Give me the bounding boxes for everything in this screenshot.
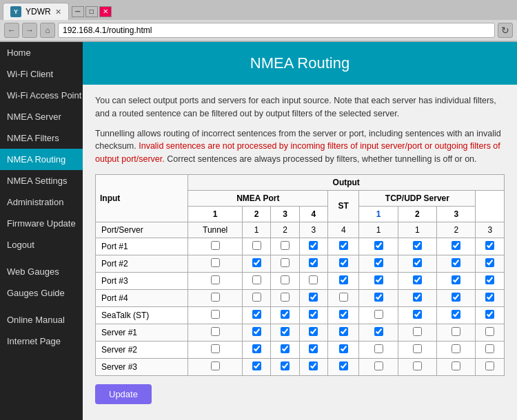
nmea-port-1-checkbox[interactable] <box>252 258 261 267</box>
nmea-port-3-checkbox[interactable] <box>309 327 318 336</box>
nmea-port-2-checkbox[interactable] <box>281 241 290 250</box>
st-checkbox[interactable] <box>374 327 383 336</box>
nmea-port-1-checkbox[interactable] <box>252 293 261 302</box>
tunnel-checkbox[interactable] <box>211 344 220 353</box>
tcp-server-2-checkbox[interactable] <box>452 293 460 302</box>
sidebar-item-administration[interactable]: Administration <box>0 191 83 213</box>
tcp-server-3-checkbox[interactable] <box>485 310 494 319</box>
tcp-server-2-checkbox[interactable] <box>452 310 460 319</box>
tcp-server-2-checkbox[interactable] <box>452 361 460 370</box>
sidebar-item-nmea-filters[interactable]: NMEA Filters <box>0 127 83 149</box>
close-button[interactable]: ✕ <box>99 6 112 17</box>
tcp-server-1-checkbox[interactable] <box>413 275 422 284</box>
back-button[interactable]: ← <box>4 23 19 38</box>
tcp-server-1-checkbox[interactable] <box>413 258 422 267</box>
st-checkbox[interactable] <box>374 310 383 319</box>
nmea-port-4-checkbox[interactable] <box>339 327 348 336</box>
nmea-port-1-checkbox[interactable] <box>252 344 261 353</box>
nmea-port-4-checkbox[interactable] <box>339 241 348 250</box>
nmea-port-2-checkbox[interactable] <box>281 275 290 284</box>
st-checkbox[interactable] <box>374 258 383 267</box>
nmea-port-1-checkbox[interactable] <box>252 275 261 284</box>
nmea-port-2-checkbox[interactable] <box>281 344 290 353</box>
sidebar-item-nmea-settings[interactable]: NMEA Settings <box>0 170 83 191</box>
h-4: 4 <box>328 222 359 238</box>
tunnel-checkbox[interactable] <box>211 258 220 267</box>
tcp-server-3-checkbox[interactable] <box>485 361 494 370</box>
forward-button[interactable]: → <box>22 23 37 38</box>
nmea-port-3-checkbox[interactable] <box>309 258 318 267</box>
nmea-port-3-checkbox[interactable] <box>309 361 318 370</box>
tcp-server-3-checkbox[interactable] <box>485 275 494 284</box>
nmea-port-4-checkbox[interactable] <box>339 275 348 284</box>
tcp-server-1-checkbox[interactable] <box>413 361 422 370</box>
update-button[interactable]: Update <box>95 384 152 404</box>
tcp-server-2-checkbox[interactable] <box>452 258 460 267</box>
nmea-port-1-checkbox[interactable] <box>252 361 261 370</box>
nmea-port-4-checkbox[interactable] <box>339 293 348 302</box>
nmea-port-2-checkbox[interactable] <box>281 361 290 370</box>
sidebar-item-online-manual[interactable]: Online Manual <box>0 309 83 330</box>
nmea-port-2-checkbox[interactable] <box>281 327 290 336</box>
tcp-server-2-checkbox[interactable] <box>452 327 460 336</box>
address-bar[interactable] <box>58 23 495 38</box>
nmea-port-4-checkbox[interactable] <box>339 310 348 319</box>
row-label: Server #2 <box>96 341 188 358</box>
tcp-server-1-checkbox[interactable] <box>413 293 422 302</box>
nmea-port-1-checkbox[interactable] <box>252 241 261 250</box>
nmea-port-4-checkbox[interactable] <box>339 258 348 267</box>
tcp-server-1-checkbox[interactable] <box>413 327 422 336</box>
sidebar-item-home[interactable]: Home <box>0 42 83 63</box>
nmea-port-3-checkbox[interactable] <box>309 310 318 319</box>
sidebar-item-logout[interactable]: Logout <box>0 234 83 255</box>
tab-close-button[interactable]: ✕ <box>55 8 61 17</box>
home-nav-button[interactable]: ⌂ <box>40 23 55 38</box>
tunnel-checkbox[interactable] <box>211 310 220 319</box>
nmea-port-3-checkbox[interactable] <box>309 344 318 353</box>
nmea-port-2-checkbox[interactable] <box>281 293 290 302</box>
sidebar-item-internet-page[interactable]: Internet Page <box>0 330 83 352</box>
st-checkbox[interactable] <box>374 361 383 370</box>
tcp-server-3-checkbox[interactable] <box>485 241 494 250</box>
tcp-server-3-checkbox[interactable] <box>485 344 494 353</box>
nmea-port-4-checkbox[interactable] <box>339 344 348 353</box>
nmea-port-2-checkbox[interactable] <box>281 258 290 267</box>
sidebar-item-wifi-client[interactable]: Wi-Fi Client <box>0 63 83 85</box>
nmea-port-2-checkbox[interactable] <box>281 310 290 319</box>
sidebar-item-nmea-routing[interactable]: NMEA Routing <box>0 149 83 170</box>
tunnel-checkbox[interactable] <box>211 327 220 336</box>
tunnel-checkbox[interactable] <box>211 275 220 284</box>
sidebar-item-web-gauges[interactable]: Web Gauges <box>0 261 83 282</box>
nmea-port-3-checkbox[interactable] <box>309 293 318 302</box>
minimize-button[interactable]: ─ <box>72 6 84 17</box>
nmea-port-1-checkbox[interactable] <box>252 327 261 336</box>
tcp-server-1-checkbox[interactable] <box>413 241 422 250</box>
tunnel-checkbox[interactable] <box>211 241 220 250</box>
nmea-port-4-checkbox[interactable] <box>339 361 348 370</box>
sidebar-item-nmea-server[interactable]: NMEA Server <box>0 106 83 127</box>
browser-tab[interactable]: Y YDWR ✕ <box>3 3 69 20</box>
st-checkbox[interactable] <box>374 275 383 284</box>
tcp-server-3-checkbox[interactable] <box>485 327 494 336</box>
tcp-server-2-checkbox[interactable] <box>452 275 460 284</box>
tcp-server-2-checkbox[interactable] <box>452 241 460 250</box>
tcp-server-2-checkbox[interactable] <box>452 344 460 353</box>
tunnel-cell <box>188 272 242 289</box>
tcp-server-3-checkbox[interactable] <box>485 258 494 267</box>
maximize-button[interactable]: □ <box>85 6 98 17</box>
reload-button[interactable]: ↻ <box>498 23 513 38</box>
nmea-port-1-checkbox[interactable] <box>252 310 261 319</box>
tunnel-checkbox[interactable] <box>211 361 220 370</box>
st-checkbox[interactable] <box>374 241 383 250</box>
sidebar-item-gauges-guide[interactable]: Gauges Guide <box>0 282 83 304</box>
sidebar-item-firmware-update[interactable]: Firmware Update <box>0 213 83 234</box>
nmea-port-3-checkbox[interactable] <box>309 241 318 250</box>
tcp-server-1-checkbox[interactable] <box>413 344 422 353</box>
sidebar-item-wifi-ap[interactable]: Wi-Fi Access Point <box>0 85 83 106</box>
st-checkbox[interactable] <box>374 344 383 353</box>
tcp-server-3-checkbox[interactable] <box>485 293 494 302</box>
nmea-port-3-checkbox[interactable] <box>309 275 318 284</box>
tunnel-checkbox[interactable] <box>211 293 220 302</box>
tcp-server-1-checkbox[interactable] <box>413 310 422 319</box>
st-checkbox[interactable] <box>374 293 383 302</box>
